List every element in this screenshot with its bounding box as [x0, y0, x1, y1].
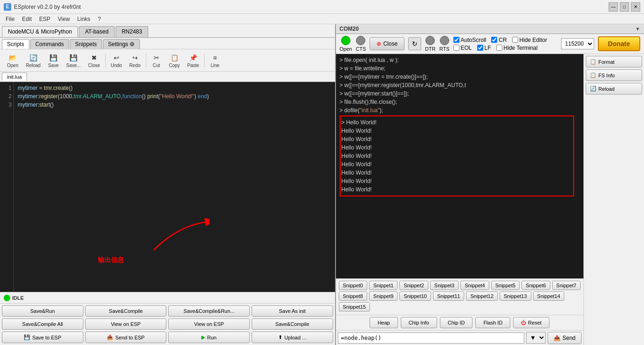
subtab-settings[interactable]: Settings ⚙	[103, 39, 140, 49]
save-to-esp-button[interactable]: 💾 Save to ESP	[2, 331, 83, 343]
status-bar: IDLE	[0, 292, 335, 303]
snippet8-button[interactable]: Snippet8	[339, 291, 367, 301]
autoscroll-checkbox[interactable]	[453, 37, 459, 43]
fsinfo-button[interactable]: 📋 FS Info	[586, 69, 642, 81]
toolbar-redo[interactable]: ↪ Redo	[126, 51, 144, 69]
run-button[interactable]: ▶ Run	[168, 331, 250, 343]
save-as-init-button[interactable]: Save As init	[252, 305, 333, 317]
donate-button[interactable]: Donate	[598, 36, 640, 51]
save-compile-all-button[interactable]: Save&Compile All	[2, 318, 83, 330]
terminal[interactable]: > file.open( init.lua , w ); > w = file.…	[336, 54, 584, 278]
menu-file[interactable]: File	[2, 15, 18, 23]
titlebar: E ESplorer v0.2.0 by 4refr0nt — □ ✕	[0, 0, 644, 14]
snippet11-button[interactable]: Snippet11	[433, 291, 465, 301]
menu-view[interactable]: View	[54, 15, 74, 23]
lf-checkbox[interactable]	[477, 45, 483, 51]
tab-nodemcu[interactable]: NodeMCU & MicroPython	[2, 26, 78, 37]
snippet7-button[interactable]: Snippet7	[552, 281, 581, 290]
hide-terminal-checkbox[interactable]	[496, 45, 502, 51]
menu-esp[interactable]: ESP	[35, 15, 54, 23]
menu-help[interactable]: ?	[94, 15, 105, 23]
heap-button[interactable]: Heap	[370, 317, 397, 328]
com-dropdown-icon[interactable]: ▼	[635, 26, 640, 32]
sub-tabs: Scripts Commands Snippets Settings ⚙	[0, 38, 335, 49]
snippet13-button[interactable]: Snippet13	[500, 291, 531, 301]
snippet4-button[interactable]: Snippet4	[460, 281, 489, 290]
rts-led	[440, 36, 449, 45]
snippet12-button[interactable]: Snippet12	[466, 291, 498, 301]
subtab-snippets[interactable]: Snippets	[70, 39, 102, 49]
toolbar-save[interactable]: 💾 Save	[45, 51, 62, 69]
cts-label: CTS	[356, 46, 366, 52]
cr-checkbox[interactable]	[491, 37, 497, 43]
upload-icon: ⬆	[278, 334, 282, 340]
right-reload-button[interactable]: 🔄 Reload	[586, 83, 642, 95]
eol-checkbox[interactable]	[453, 45, 459, 51]
toolbar-open[interactable]: 📂 Open	[4, 51, 21, 69]
save-compile-button[interactable]: Save&Compile	[85, 305, 167, 317]
flash-id-button[interactable]: Flash ID	[475, 317, 510, 328]
toolbar-cut[interactable]: ✂ Cut	[148, 51, 165, 69]
toolbar-close[interactable]: ✖ Close	[85, 51, 103, 69]
code-editor[interactable]: 1 2 3 mytimer = tmr.create() mytimer:reg…	[0, 82, 335, 292]
baud-rate-select[interactable]: 9600 19200 38400 57600 74880 115200 2304…	[561, 38, 594, 49]
file-tab-init[interactable]: init.lua	[2, 73, 27, 81]
snippet0-button[interactable]: Snippet0	[339, 281, 367, 290]
send-button[interactable]: 📤 Send	[548, 332, 582, 344]
toolbar-copy[interactable]: 📋 Copy	[166, 51, 183, 69]
chip-info-button[interactable]: Chip Info	[401, 317, 437, 328]
save-compile-run-button[interactable]: Save&Compile&Run...	[168, 305, 250, 317]
toolbar-line[interactable]: ≡ Line	[206, 51, 223, 69]
refresh-button[interactable]: ↻	[408, 37, 421, 50]
term-line-9: Hello World!	[342, 127, 573, 135]
snippet6-button[interactable]: Snippet6	[521, 281, 550, 290]
snippet2-button[interactable]: Snippet2	[399, 281, 428, 290]
tab-atbased[interactable]: AT-based	[79, 26, 114, 37]
subtab-scripts[interactable]: Scripts	[2, 39, 29, 49]
cb-eol: EOL LF Hide Terminal	[453, 45, 557, 51]
term-line-2: > w = file.writeline;	[340, 64, 580, 73]
maximize-button[interactable]: □	[620, 2, 629, 12]
save-run-button[interactable]: Save&Run	[2, 305, 83, 317]
btn-row-1: Save&Run Save&Compile Save&Compile&Run..…	[2, 305, 333, 317]
toolbar-reload[interactable]: 🔄 Reload	[22, 51, 44, 69]
hide-editor-checkbox[interactable]	[512, 37, 518, 43]
snippet5-button[interactable]: Snippet5	[491, 281, 520, 290]
close-button[interactable]: ✕	[631, 2, 640, 12]
snippet1-button[interactable]: Snippet1	[369, 281, 397, 290]
snippet10-button[interactable]: Snippet10	[399, 291, 431, 301]
save-compile-2-button[interactable]: Save&Compile	[252, 318, 333, 330]
view-on-esp-2-button[interactable]: View on ESP	[168, 318, 250, 330]
minimize-button[interactable]: —	[609, 2, 618, 12]
output-box: > Hello World! Hello World! Hello World!…	[340, 115, 575, 196]
copy-icon: 📋	[169, 53, 179, 63]
upload-button[interactable]: ⬆ Upload ...	[252, 331, 333, 343]
chip-id-button[interactable]: Chip ID	[440, 317, 473, 328]
menu-links[interactable]: Links	[74, 15, 94, 23]
device-buttons: Heap Chip Info Chip ID Flash ID ⏻ Reset	[336, 315, 584, 330]
send-to-esp-button[interactable]: 📤 Send to ESP	[85, 331, 167, 343]
cmd-input[interactable]	[338, 332, 524, 344]
main-area: NodeMCU & MicroPython AT-based RN2483 Sc…	[0, 24, 644, 345]
snippet9-button[interactable]: Snippet9	[369, 291, 397, 301]
toolbar-save-as[interactable]: 💾 Save...	[63, 51, 84, 69]
term-line-5: > w([==[mytimer:start()]==]);	[340, 89, 580, 98]
close-connection-button[interactable]: ⊗ Close	[370, 37, 404, 50]
annotation-arrow	[149, 217, 210, 255]
toolbar-undo[interactable]: ↩ Undo	[108, 51, 125, 69]
dtr-label: DTR	[425, 46, 436, 52]
menu-edit[interactable]: Edit	[18, 15, 35, 23]
reset-button[interactable]: ⏻ Reset	[513, 317, 549, 328]
cmd-dropdown[interactable]: ▼	[526, 332, 546, 344]
format-button[interactable]: 📋 Format	[586, 56, 642, 68]
file-tab-bar: init.lua	[0, 72, 335, 82]
snippet15-button[interactable]: Snippet15	[339, 302, 370, 311]
toolbar-paste[interactable]: 📌 Paste	[184, 51, 203, 69]
view-on-esp-1-button[interactable]: View on ESP	[85, 318, 167, 330]
snippet14-button[interactable]: Snippet14	[533, 291, 565, 301]
code-content[interactable]: mytimer = tmr.create() mytimer:register(…	[14, 82, 335, 292]
snippet3-button[interactable]: Snippet3	[430, 281, 459, 290]
tab-rn2483[interactable]: RN2483	[116, 26, 148, 37]
left-panel: NodeMCU & MicroPython AT-based RN2483 Sc…	[0, 24, 336, 345]
subtab-commands[interactable]: Commands	[30, 39, 69, 49]
